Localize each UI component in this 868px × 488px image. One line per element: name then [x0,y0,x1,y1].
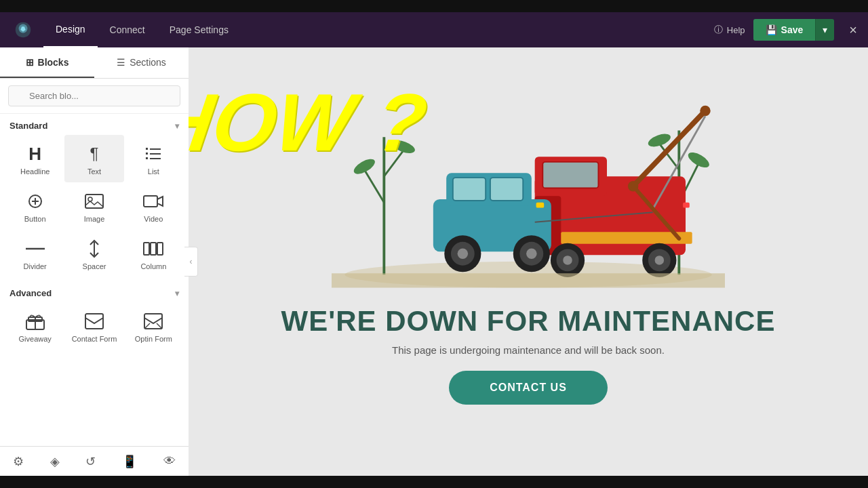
svg-rect-9 [85,195,103,208]
svg-rect-11 [144,196,157,207]
svg-rect-46 [453,178,486,201]
block-text[interactable]: ¶ Text [64,135,123,182]
svg-rect-15 [151,243,156,255]
block-image[interactable]: Image [64,182,123,230]
close-button[interactable]: × [849,22,857,38]
spacer-icon [82,239,106,258]
save-icon: 💾 [766,24,777,35]
block-headline[interactable]: H Headline [5,135,64,182]
spacer-label: Spacer [83,262,106,270]
advanced-blocks-grid: Giveaway Contact Form Optin Form [0,302,189,350]
settings-icon[interactable]: ⚙ [7,449,29,474]
svg-line-24 [364,170,384,203]
left-panel: ⊞ Blocks ☰ Sections 🔍 Standard ▾ H [0,47,189,476]
svg-line-25 [384,150,403,177]
block-giveaway[interactable]: Giveaway [5,302,64,350]
headline-label: Headline [20,167,50,176]
help-button[interactable]: ⓘ Help [714,24,745,36]
block-contact-form[interactable]: Contact Form [64,302,123,350]
contact-us-button[interactable]: CONTACT US [449,371,608,405]
header-right: ⓘ Help 💾 Save ▾ × [714,19,857,41]
column-label: Column [140,262,166,270]
column-icon [141,239,165,258]
svg-rect-65 [683,203,690,208]
image-label: Image [84,215,105,223]
preview-icon[interactable]: 👁 [158,449,181,474]
svg-rect-5 [146,157,148,159]
logo [11,18,35,42]
standard-label: Standard [9,121,47,131]
layers-icon[interactable]: ◈ [45,449,65,474]
svg-rect-47 [490,178,523,201]
nav-page-settings[interactable]: Page Settings [157,12,241,47]
block-column[interactable]: Column [124,230,183,277]
search-input[interactable] [8,85,180,106]
nav-design[interactable]: Design [43,12,98,47]
bottom-toolbar: ⚙ ◈ ↺ 📱 👁 [0,446,189,476]
save-button-group: 💾 Save ▾ [753,19,835,41]
svg-rect-64 [536,203,545,208]
svg-rect-63 [332,273,725,287]
svg-line-39 [633,111,705,186]
block-divider[interactable]: Divider [5,230,64,277]
help-label: Help [727,25,745,35]
advanced-section-label: Advanced ▾ [0,281,189,302]
button-label: Button [24,215,46,223]
list-label: List [148,167,159,176]
svg-point-59 [563,256,572,265]
standard-section-label: Standard ▾ [0,114,189,135]
svg-rect-3 [146,148,148,150]
block-video[interactable]: Video [124,182,183,230]
page-content: HOW ? [189,47,868,476]
collapse-panel-button[interactable]: ‹ [184,247,198,277]
standard-blocks-grid: H Headline ¶ Text List Button [0,135,189,277]
block-list[interactable]: List [124,135,183,182]
svg-rect-4 [146,152,148,155]
sections-tab-icon: ☰ [117,57,125,68]
svg-rect-20 [85,314,103,329]
optin-form-label: Optin Form [135,335,172,343]
video-icon [141,192,165,211]
svg-point-27 [391,138,416,155]
top-bar [0,0,868,12]
tab-sections[interactable]: ☰ Sections [94,47,189,78]
giveaway-label: Giveaway [19,335,52,343]
svg-rect-16 [157,243,163,255]
contact-form-icon [82,312,106,331]
svg-rect-14 [144,243,149,255]
help-icon: ⓘ [714,24,723,36]
block-spacer[interactable]: Spacer [64,230,123,277]
mobile-icon[interactable]: 📱 [117,449,142,474]
svg-point-40 [700,106,710,116]
svg-point-26 [351,156,377,177]
standard-chevron-icon[interactable]: ▾ [175,121,179,131]
sections-tab-label: Sections [130,57,166,68]
giveaway-icon [23,312,47,331]
list-icon [141,144,165,163]
save-button[interactable]: 💾 Save [753,19,816,41]
header-nav: Design Connect Page Settings [43,12,714,47]
optin-form-icon [141,312,165,331]
history-icon[interactable]: ↺ [80,449,101,474]
blocks-tab-icon: ⊞ [26,57,34,68]
bottom-bar [0,476,868,488]
content-area: HOW ? [189,47,868,476]
text-label: Text [87,167,101,176]
contact-form-label: Contact Form [72,335,117,343]
svg-point-31 [686,150,711,171]
headline-icon: H [23,144,47,163]
save-dropdown-button[interactable]: ▾ [815,19,834,41]
nav-connect[interactable]: Connect [98,12,157,47]
tab-blocks[interactable]: ⊞ Blocks [0,47,94,78]
block-button[interactable]: Button [5,182,64,230]
svg-rect-35 [542,162,598,188]
advanced-chevron-icon[interactable]: ▾ [175,289,179,298]
advanced-label: Advanced [9,288,52,298]
svg-point-62 [655,256,665,265]
save-label: Save [781,24,804,35]
image-icon [82,192,106,211]
advanced-section: Advanced ▾ Giveaway Contact Form [0,281,189,350]
text-icon: ¶ [82,144,106,163]
block-optin-form[interactable]: Optin Form [124,302,183,350]
search-box: 🔍 [0,79,189,114]
